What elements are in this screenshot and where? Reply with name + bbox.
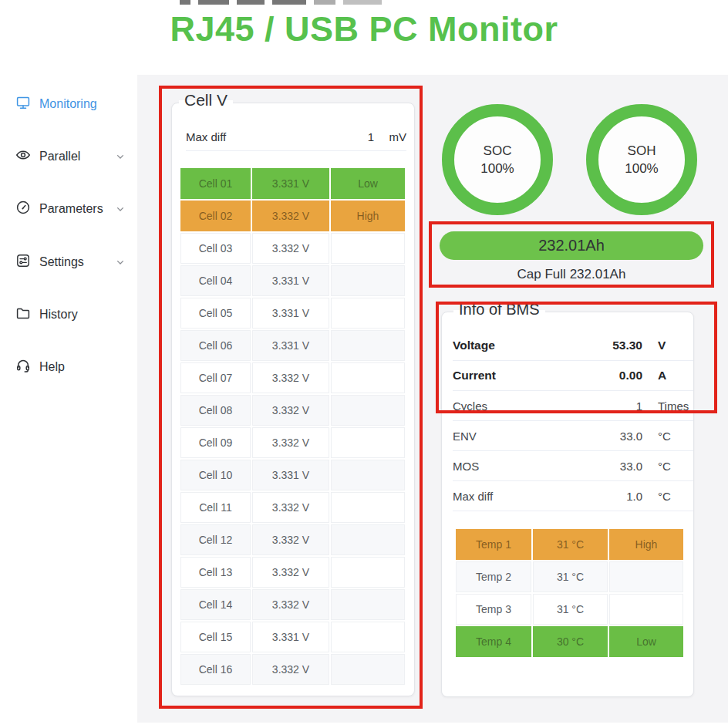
bms-row-label: MOS (453, 460, 588, 473)
sidebar-item-parameters[interactable]: Parameters (15, 197, 130, 221)
cell-status (331, 330, 405, 361)
cell-row: Cell 06 3.331 V (180, 330, 406, 361)
temp-status: High (609, 529, 683, 560)
bms-info-row: Max diff 1.0 °C (453, 481, 693, 511)
sidebar-item-history[interactable]: History (15, 303, 130, 326)
cell-status (331, 233, 405, 264)
bms-row-unit: A (658, 369, 693, 383)
bms-row-label: Max diff (453, 490, 588, 503)
cell-row: Cell 07 3.332 V (180, 362, 406, 393)
chevron-down-icon (116, 204, 125, 214)
cell-voltage: 3.332 V (252, 557, 329, 588)
gauge-icon (15, 200, 31, 218)
sidebar-item-parallel[interactable]: Parallel (15, 145, 130, 168)
bms-row-unit: Times (658, 399, 693, 413)
temperature-table: Temp 1 31 °C High Temp 2 31 °C Temp 3 31… (456, 529, 683, 659)
cell-name: Cell 15 (180, 622, 251, 652)
bms-info-row: Cycles 1 Times (453, 391, 693, 421)
bms-info-row: ENV 33.0 °C (453, 421, 693, 451)
cell-name: Cell 13 (180, 557, 251, 588)
cell-name: Cell 11 (180, 492, 251, 523)
temp-name: Temp 3 (456, 594, 531, 625)
sidebar-item-label: History (39, 308, 78, 322)
bms-row-label: Current (453, 369, 588, 383)
soh-gauge: SOH 100% (586, 104, 697, 215)
cell-voltage: 3.331 V (252, 622, 329, 652)
bms-row-unit: V (658, 339, 693, 352)
capacity-caption-label: Cap Full (517, 267, 566, 281)
cell-status (331, 460, 405, 490)
cell-status (331, 395, 405, 426)
bms-row-value: 33.0 (588, 430, 642, 443)
settings-icon (15, 253, 31, 271)
cell-voltage-table: Cell 01 3.331 V Low Cell 02 3.332 V High… (180, 168, 406, 686)
headset-icon (15, 358, 31, 376)
cell-row: Cell 16 3.332 V (180, 654, 406, 685)
cell-row: Cell 10 3.331 V (180, 460, 406, 490)
sidebar-item-label: Help (39, 360, 65, 374)
capacity-box: 232.01Ah Cap Full 232.01Ah (429, 221, 714, 288)
cell-status (331, 622, 405, 652)
sidebar-item-settings[interactable]: Settings (15, 251, 130, 274)
cell-row: Cell 14 3.332 V (180, 589, 406, 620)
soh-value: 100% (625, 161, 658, 177)
cell-name: Cell 12 (180, 524, 251, 555)
cell-name: Cell 14 (180, 589, 251, 620)
bms-row-label: Voltage (453, 339, 588, 352)
temp-name: Temp 1 (456, 529, 531, 560)
folder-icon (15, 305, 31, 324)
cell-voltage: 3.331 V (252, 168, 329, 199)
cropped-text-remnant (180, 0, 396, 5)
sidebar-item-label: Parameters (39, 202, 103, 216)
cell-max-diff-label: Max diff (186, 130, 226, 143)
cell-voltage: 3.332 V (252, 427, 329, 458)
temp-value: 31 °C (533, 594, 608, 625)
bms-row-label: ENV (453, 430, 588, 443)
sidebar-item-monitoring[interactable]: Monitoring (15, 93, 130, 116)
cell-status (331, 362, 405, 393)
cell-row: Cell 09 3.332 V (180, 427, 406, 458)
sidebar-item-label: Parallel (39, 150, 80, 163)
cell-status: Low (331, 168, 405, 199)
soc-label: SOC (484, 143, 512, 159)
cell-max-diff-unit: mV (374, 130, 406, 143)
cell-voltage: 3.331 V (252, 330, 329, 361)
temp-value: 31 °C (533, 529, 608, 560)
bms-info-row: Current 0.00 A (453, 361, 693, 391)
cell-row: Cell 15 3.331 V (180, 622, 406, 652)
temp-row: Temp 4 30 °C Low (456, 626, 683, 657)
eye-icon (15, 147, 31, 166)
temp-status: Low (609, 626, 683, 657)
cell-name: Cell 08 (180, 395, 251, 426)
sidebar-item-label: Monitoring (39, 97, 97, 111)
cell-row: Cell 01 3.331 V Low (180, 168, 406, 199)
bms-row-value: 53.30 (588, 339, 642, 352)
cell-row: Cell 04 3.331 V (180, 265, 406, 296)
temp-row: Temp 2 31 °C (456, 561, 683, 592)
bms-row-unit: °C (658, 460, 693, 473)
chevron-down-icon (116, 258, 125, 267)
cell-voltage: 3.332 V (252, 362, 329, 393)
cell-name: Cell 09 (180, 427, 251, 458)
sidebar-item-help[interactable]: Help (15, 356, 130, 379)
cell-name: Cell 04 (180, 265, 251, 296)
soc-gauge: SOC 100% (442, 104, 553, 215)
cell-status (331, 298, 405, 329)
bms-row-unit: °C (658, 430, 693, 443)
bms-row-value: 1 (588, 399, 642, 413)
capacity-pill: 232.01Ah (440, 231, 703, 260)
bms-row-value: 1.0 (588, 490, 642, 503)
bms-info-row: Voltage 53.30 V (453, 331, 693, 361)
cell-name: Cell 01 (180, 168, 251, 199)
cell-panel-legend: Cell V (179, 91, 233, 110)
cell-name: Cell 03 (180, 233, 251, 264)
sidebar-item-label: Settings (39, 255, 84, 269)
temp-value: 30 °C (533, 626, 608, 657)
app-window: RJ45 / USB PC Monitor Monitoring Paralle… (0, 0, 728, 728)
cell-row: Cell 08 3.332 V (180, 395, 406, 426)
cell-voltage: 3.331 V (252, 460, 329, 490)
cell-name: Cell 07 (180, 362, 251, 393)
bms-row-unit: °C (658, 490, 693, 503)
bms-panel-legend: Info of BMS (453, 301, 545, 318)
soh-label: SOH (628, 143, 656, 159)
